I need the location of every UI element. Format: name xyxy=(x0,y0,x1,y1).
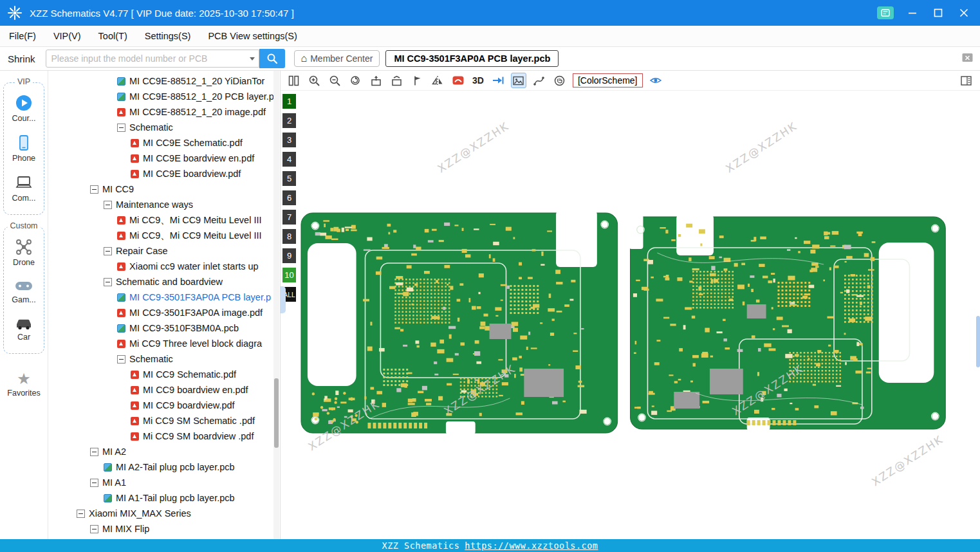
search-combo[interactable] xyxy=(46,50,259,68)
visibility-eye-icon[interactable] xyxy=(648,73,663,88)
collapse-minus-icon[interactable] xyxy=(104,201,112,209)
search-input[interactable] xyxy=(46,53,246,64)
menu-item[interactable]: Tool(T) xyxy=(98,31,127,41)
maximize-button[interactable] xyxy=(931,6,945,20)
3d-view-button[interactable]: 3D xyxy=(471,73,485,88)
tree-item[interactable]: Schematic and boardview xyxy=(48,274,280,290)
collapse-minus-icon[interactable] xyxy=(117,355,125,363)
tree-item[interactable]: MI A2-Tail plug pcb layer.pcb xyxy=(48,459,280,475)
zoom-in-icon[interactable] xyxy=(306,73,322,88)
diode-mode-red-icon[interactable] xyxy=(450,73,466,88)
layer-button-6[interactable]: 6 xyxy=(282,190,296,205)
collapse-minus-icon[interactable] xyxy=(117,124,125,132)
collapse-minus-icon[interactable] xyxy=(90,185,98,194)
layer-button-7[interactable]: 7 xyxy=(282,210,296,225)
tree-item[interactable]: MI MIX Flip xyxy=(48,521,280,537)
pan-hand-icon[interactable] xyxy=(552,73,568,88)
pcb-canvas-area[interactable]: 12345678910ALL XZZ@XZZHKXZZ@XZZHKXZZ@XZZ… xyxy=(281,91,980,539)
flag-icon[interactable] xyxy=(409,73,425,88)
combo-dropdown-icon[interactable] xyxy=(246,50,259,67)
tree-item[interactable]: MI CC9E boardview en.pdf xyxy=(48,151,280,166)
menu-item[interactable]: PCB View settings(S) xyxy=(208,31,297,41)
sidebar-item-phone[interactable]: Phone xyxy=(4,128,44,168)
menu-item[interactable]: File(F) xyxy=(9,31,36,41)
tree-item[interactable]: MI CC9E-88512_1_20 YiDianTor xyxy=(48,73,280,89)
tree-item[interactable]: MI CC9E-88512_1_20 PCB layer.p xyxy=(48,89,280,104)
panel-collapse-handle[interactable] xyxy=(280,286,286,313)
zoom-out-icon[interactable] xyxy=(327,73,342,88)
member-center-button[interactable]: ⌂ Member Center xyxy=(294,50,380,67)
tree-item[interactable]: MI CC9 Schematic.pdf xyxy=(48,367,280,382)
search-button[interactable] xyxy=(259,49,285,68)
collapse-minus-icon[interactable] xyxy=(90,448,98,456)
sidebar-item-computer[interactable]: Com... xyxy=(4,168,44,208)
colorscheme-button[interactable]: [ColorScheme] xyxy=(573,73,643,87)
tree-item[interactable]: MI CC9 boardview.pdf xyxy=(48,398,280,413)
layer-button-9[interactable]: 9 xyxy=(282,248,296,263)
tree-item[interactable]: Mi CC9、Mi CC9 Meitu Level III xyxy=(48,228,280,243)
vip-badge-icon[interactable] xyxy=(877,6,894,19)
layer-button-8[interactable]: 8 xyxy=(282,229,296,244)
sidebar-item-game[interactable]: Gam... xyxy=(4,272,44,309)
tree-item[interactable]: MI CC9E boardview.pdf xyxy=(48,166,280,181)
tree-item[interactable]: Mi CC9 Three level block diagra xyxy=(48,336,280,351)
layer-button-1[interactable]: 1 xyxy=(282,94,296,109)
collapse-minus-icon[interactable] xyxy=(90,479,98,487)
tree-item[interactable]: Schematic xyxy=(48,351,280,367)
mirror-flip-icon[interactable] xyxy=(430,73,445,88)
pcb-tab[interactable]: MI CC9-3501F3AP0A PCB layer.pcb xyxy=(385,50,559,67)
tree-item[interactable]: MI CC9-3501F3AP0A PCB layer.p xyxy=(48,290,280,305)
menu-item[interactable]: VIP(V) xyxy=(53,31,81,41)
layer-button-4[interactable]: 4 xyxy=(282,152,296,167)
copy-view-icon[interactable] xyxy=(389,73,404,88)
tree-item[interactable]: MI CC9 boardview en.pdf xyxy=(48,382,280,398)
close-button[interactable] xyxy=(957,6,971,20)
app-window: XZZ Schematics V4.77 [ VIP Due date: 202… xyxy=(0,0,980,552)
sidebar-item-drone[interactable]: Drone xyxy=(4,232,44,272)
measure-curve-icon[interactable] xyxy=(532,73,547,88)
left-sidebar: VIP Cour... Phone Com... Custom xyxy=(0,71,48,539)
tree-item[interactable]: MI CC9E-88512_1_20 image.pdf xyxy=(48,104,280,120)
layer-panel-icon[interactable] xyxy=(958,73,974,88)
tree-item[interactable]: MI A1-Tail plug pcb layer.pcb xyxy=(48,490,280,506)
tree-item[interactable]: MI CC9E Schematic.pdf xyxy=(48,135,280,151)
sidebar-item-course[interactable]: Cour... xyxy=(4,88,44,128)
jump-arrow-icon[interactable] xyxy=(490,73,506,88)
layer-button-2[interactable]: 2 xyxy=(282,113,296,128)
collapse-minus-icon[interactable] xyxy=(104,278,112,286)
open-board-icon[interactable] xyxy=(368,73,384,88)
tree-item[interactable]: Maintenance ways xyxy=(48,197,280,212)
canvas-scrollbar[interactable] xyxy=(976,316,980,367)
shrink-button[interactable]: Shrink xyxy=(8,53,35,64)
footer-url[interactable]: https://www.xzztools.com xyxy=(465,540,598,551)
sidebar-item-car[interactable]: Car xyxy=(4,309,44,347)
tree-item[interactable]: MI CC9 xyxy=(48,181,280,197)
tree-item[interactable]: Xiaomi cc9 water inlet starts up xyxy=(48,259,280,274)
layer-button-3[interactable]: 3 xyxy=(282,133,296,147)
tree-item[interactable]: Mi CC9 SM Schematic .pdf xyxy=(48,413,280,428)
sidebar-item-favorites[interactable]: ★ Favorites xyxy=(0,365,48,403)
screenshot-image-icon[interactable] xyxy=(511,73,526,88)
collapse-minus-icon[interactable] xyxy=(77,510,85,518)
tree-item[interactable]: MI CC9-3501F3AP0A image.pdf xyxy=(48,305,280,320)
tree-scrollbar[interactable] xyxy=(273,71,279,539)
layer-button-10[interactable]: 10 xyxy=(282,268,296,282)
split-view-icon[interactable] xyxy=(286,73,301,88)
tree-item[interactable]: Repair Case xyxy=(48,243,280,259)
close-view-icon[interactable] xyxy=(961,52,974,63)
menu-item[interactable]: Settings(S) xyxy=(145,31,191,41)
collapse-minus-icon[interactable] xyxy=(90,525,98,533)
tree-scrollbar-thumb[interactable] xyxy=(274,378,279,448)
collapse-minus-icon[interactable] xyxy=(104,247,112,255)
zoom-reset-icon[interactable] xyxy=(347,73,363,88)
tree-item[interactable]: Mi CC9、Mi CC9 Meitu Level III xyxy=(48,212,280,228)
tree-item[interactable]: MI A2 xyxy=(48,444,280,459)
pcb-board-view[interactable]: XZZ@XZZHKXZZ@XZZHKXZZ@XZZHKXZZ@XZZHKXZZ@… xyxy=(299,91,980,539)
tree-item[interactable]: Mi CC9 SM boardview .pdf xyxy=(48,428,280,444)
layer-button-5[interactable]: 5 xyxy=(282,171,296,186)
tree-item[interactable]: Xiaomi MIX_MAX Series xyxy=(48,506,280,521)
tree-item[interactable]: MI CC9-3510F3BM0A.pcb xyxy=(48,320,280,336)
tree-item[interactable]: Schematic xyxy=(48,120,280,135)
minimize-button[interactable] xyxy=(905,6,920,20)
tree-item[interactable]: MI A1 xyxy=(48,475,280,490)
